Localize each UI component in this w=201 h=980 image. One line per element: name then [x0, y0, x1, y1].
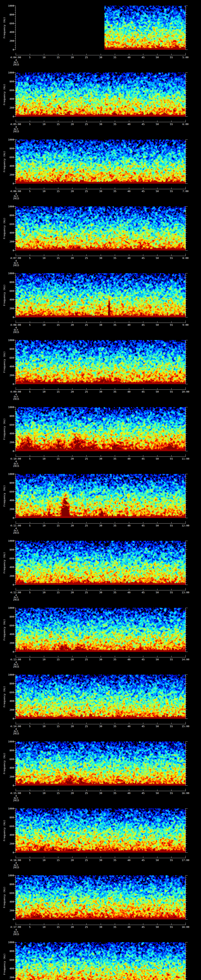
y-tick-label: 600 — [5, 825, 14, 827]
spectrogram-canvas — [16, 741, 185, 786]
right-y-tick-mark — [186, 677, 187, 677]
right-y-tick-mark — [186, 12, 187, 13]
x-tick-label: 10 — [42, 926, 46, 928]
y-tick-label: 0 — [5, 316, 14, 318]
right-y-tick-mark — [186, 411, 187, 412]
x-tick-label: 50 — [156, 457, 159, 460]
right-y-tick-mark — [186, 347, 187, 347]
spectrogram-panel: 02004006008001000Frequency (Hz)510152025… — [0, 0, 201, 67]
right-y-tick-mark — [186, 90, 187, 91]
x-tick-label: 55 — [170, 859, 173, 861]
right-y-tick-mark — [186, 476, 187, 476]
right-y-tick-mark — [186, 761, 187, 762]
y-tick-label: 400 — [5, 767, 14, 769]
y-tick-mark — [15, 714, 16, 714]
y-tick-mark — [15, 422, 16, 423]
right-y-tick-mark — [186, 716, 187, 717]
y-tick-label: 600 — [5, 223, 14, 225]
y-tick-mark — [14, 433, 16, 434]
y-tick-mark — [15, 677, 16, 677]
x-tick-label: 30 — [99, 457, 102, 460]
x-tick-label: 40 — [128, 725, 131, 727]
y-tick-mark — [15, 220, 16, 220]
spectrogram-panel: 02004006008001000Frequency (Hz)510152025… — [0, 870, 201, 937]
x-tick-mark — [171, 856, 172, 858]
y-tick-label: 400 — [5, 700, 14, 702]
y-tick-mark — [15, 310, 16, 311]
x-tick-label: 35 — [113, 792, 116, 794]
right-y-tick-mark — [186, 302, 187, 302]
y-tick-label: 1000 — [5, 339, 14, 341]
right-y-tick-mark — [186, 478, 187, 479]
right-y-tick-mark — [186, 808, 188, 809]
x-tick-label: 55 — [170, 123, 173, 126]
right-y-tick-mark — [186, 220, 187, 220]
right-y-tick-mark — [186, 701, 187, 701]
spectrogram-panel: 02004006008001000Frequency (Hz)510152025… — [0, 67, 201, 134]
right-y-tick-mark — [186, 358, 187, 358]
y-tick-label: 1000 — [5, 406, 14, 409]
end-time-label: 16:00 — [182, 792, 189, 794]
x-axis-endcap — [16, 521, 16, 523]
spectrogram-canvas — [16, 474, 185, 518]
y-axis-title: Frequency (Hz) — [3, 619, 6, 641]
x-tick-mark — [157, 121, 158, 122]
x-tick-label: 25 — [85, 56, 88, 59]
y-tick-mark — [15, 213, 16, 213]
right-y-tick-mark — [186, 308, 187, 309]
y-tick-mark — [15, 955, 16, 956]
start-time-label: 4:16:00 — [10, 859, 21, 861]
x-tick-mark — [30, 255, 30, 256]
y-tick-mark — [15, 293, 16, 293]
x-tick-mark — [171, 656, 172, 657]
x-tick-mark — [157, 54, 158, 55]
x-tick-label: 20 — [71, 926, 74, 928]
right-y-tick-mark — [186, 492, 187, 492]
x-tick-mark — [157, 856, 158, 858]
y-tick-mark — [14, 416, 16, 416]
right-y-tick-mark — [186, 299, 187, 300]
right-y-tick-mark — [186, 641, 187, 641]
x-tick-label: 25 — [85, 457, 88, 460]
y-tick-mark — [15, 757, 16, 757]
right-y-tick-mark — [186, 369, 187, 369]
y-tick-label: 600 — [5, 423, 14, 426]
spectrogram-panel: 02004006008001000Frequency (Hz)510152025… — [0, 201, 201, 267]
x-tick-label: 50 — [156, 725, 159, 727]
y-tick-label: 1000 — [5, 138, 14, 141]
x-tick-label: 20 — [71, 56, 74, 59]
y-tick-mark — [15, 83, 16, 84]
start-time-label: 4:09:00 — [10, 390, 21, 393]
spectrogram-canvas — [16, 942, 185, 980]
start-time-label: 4:05:00 — [10, 123, 21, 126]
y-tick-mark — [15, 19, 16, 19]
x-tick-mark — [171, 455, 172, 457]
right-y-tick-mark — [186, 828, 187, 829]
y-tick-mark — [15, 369, 16, 369]
y-tick-mark — [15, 694, 16, 695]
x-tick-label: 45 — [142, 725, 145, 727]
right-y-tick-mark — [186, 949, 187, 949]
y-tick-mark — [15, 761, 16, 762]
x-tick-mark — [157, 255, 158, 256]
right-y-tick-mark — [186, 498, 187, 498]
right-y-tick-mark — [186, 675, 188, 675]
x-axis-endcap — [16, 856, 16, 858]
right-y-tick-mark — [186, 284, 187, 285]
y-tick-mark — [14, 625, 16, 626]
x-axis-endcap — [185, 521, 186, 523]
x-tick-mark — [30, 656, 30, 657]
right-y-tick-mark — [186, 571, 187, 572]
end-time-label: 6:00 — [182, 123, 188, 126]
x-axis-line — [16, 724, 186, 724]
date-year-label: 2015 — [13, 799, 19, 802]
y-tick-label: 400 — [5, 900, 14, 903]
y-tick-mark — [15, 431, 16, 431]
y-tick-label: 400 — [5, 365, 14, 368]
spectrogram-canvas — [16, 541, 185, 585]
y-tick-mark — [15, 944, 16, 945]
x-tick-label: 40 — [128, 257, 131, 259]
y-tick-mark — [15, 172, 16, 173]
y-tick-label: 200 — [5, 708, 14, 711]
x-tick-label: 15 — [56, 658, 60, 661]
